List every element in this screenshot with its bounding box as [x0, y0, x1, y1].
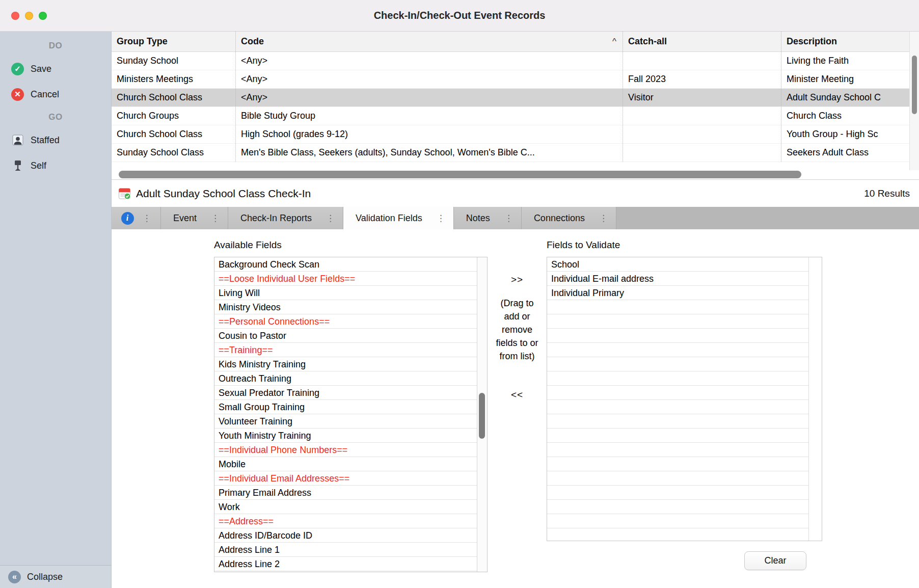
save-button[interactable]: ✓ Save — [0, 56, 111, 82]
available-field-item[interactable]: Address Line 1 — [214, 543, 477, 557]
cell-group-type: Church School Class — [112, 125, 236, 143]
table-row[interactable]: Ministers Meetings <Any> Fall 2023 Minis… — [112, 70, 909, 89]
cell-description: Seekers Adult Class — [781, 144, 909, 162]
clear-button[interactable]: Clear — [744, 551, 806, 570]
column-header-description[interactable]: Description — [781, 32, 909, 51]
table-row[interactable]: Church School Class <Any> Visitor Adult … — [112, 89, 909, 107]
tab-label: Notes — [466, 213, 490, 224]
tab[interactable]: Check-In Reports ⋮ — [228, 207, 343, 229]
collapse-chevrons-icon: « — [8, 571, 21, 583]
available-field-item[interactable]: Ministry Videos — [214, 300, 477, 314]
self-button[interactable]: Self — [0, 153, 111, 178]
tabs: Event ⋮ Check-In Reports ⋮ Validation Fi… — [161, 207, 616, 229]
available-field-item[interactable]: ==Loose Individual User Fields== — [214, 272, 477, 286]
fields-to-validate-label: Fields to Validate — [547, 239, 822, 252]
available-field-item[interactable]: Cousin to Pastor — [214, 329, 477, 343]
table-row[interactable]: Sunday School <Any> Living the Faith — [112, 52, 909, 70]
cell-code: Men's Bible Class, Seekers (adults), Sun… — [236, 144, 623, 162]
do-section-label: DO — [0, 36, 111, 56]
available-field-item[interactable]: Primary Email Address — [214, 486, 477, 500]
cell-description: Church Class — [781, 107, 909, 125]
available-field-item[interactable]: Address ID/Barcode ID — [214, 528, 477, 543]
remove-fields-button[interactable]: << — [488, 389, 547, 400]
scrollbar-thumb[interactable] — [119, 171, 801, 178]
available-field-item[interactable]: Volunteer Training — [214, 414, 477, 429]
table-row[interactable]: Church School Class High School (grades … — [112, 125, 909, 144]
cell-group-type: Sunday School Class — [112, 144, 236, 162]
column-header-code[interactable]: Code ^ — [236, 32, 623, 51]
table-vertical-scrollbar[interactable] — [909, 32, 919, 170]
available-field-item[interactable]: ==Personal Connections== — [214, 314, 477, 329]
cell-catch-all: Fall 2023 — [623, 70, 781, 88]
available-field-item[interactable]: Outreach Training — [214, 371, 477, 386]
titlebar: Check-In/Check-Out Event Records — [0, 0, 919, 32]
available-field-item[interactable]: Kids Ministry Training — [214, 357, 477, 371]
cell-code: <Any> — [236, 52, 623, 70]
column-header-catch-all[interactable]: Catch-all — [623, 32, 781, 51]
cell-description: Living the Faith — [781, 52, 909, 70]
available-field-item[interactable]: Small Group Training — [214, 400, 477, 414]
available-field-item[interactable]: Living Will — [214, 286, 477, 300]
available-field-item[interactable]: Background Check Scan — [214, 257, 477, 272]
tab[interactable]: Notes ⋮ — [454, 207, 522, 229]
zoom-window-button[interactable] — [39, 12, 47, 20]
available-field-item[interactable]: Sexual Predator Training — [214, 386, 477, 400]
available-field-item[interactable]: Mobile — [214, 457, 477, 471]
tab-label: Check-In Reports — [240, 213, 312, 224]
tab[interactable]: Connections ⋮ — [522, 207, 616, 229]
staffed-label: Staffed — [31, 135, 60, 146]
cell-catch-all — [623, 125, 781, 143]
tab-label: Validation Fields — [356, 213, 422, 224]
cell-description: Adult Sunday School C — [781, 89, 909, 106]
save-check-icon: ✓ — [11, 63, 24, 75]
add-fields-button[interactable]: >> — [488, 274, 547, 285]
validate-field-item[interactable]: School — [547, 257, 808, 272]
validate-field-item[interactable]: Individual E-mail address — [547, 272, 808, 286]
tab[interactable]: Validation Fields ⋮ — [343, 207, 454, 229]
available-fields-scrollbar[interactable] — [477, 257, 487, 572]
main-content: Group Type Code ^ Catch-all Description — [112, 32, 919, 588]
fields-to-validate-scrollbar[interactable] — [808, 257, 822, 541]
collapse-button[interactable]: « Collapse — [0, 565, 111, 588]
cell-description: Minister Meeting — [781, 70, 909, 88]
cell-code: High School (grades 9-12) — [236, 125, 623, 143]
available-field-item[interactable]: ==Individual Phone Numbers== — [214, 443, 477, 457]
available-field-item[interactable]: ==Address== — [214, 514, 477, 528]
cell-group-type: Church School Class — [112, 89, 236, 106]
available-field-item[interactable]: ==Training== — [214, 343, 477, 357]
column-header-group-type[interactable]: Group Type — [112, 32, 236, 51]
close-window-button[interactable] — [11, 12, 19, 20]
table-horizontal-scrollbar[interactable] — [112, 170, 909, 179]
scrollbar-thumb[interactable] — [912, 56, 917, 114]
table-row[interactable]: Church Groups Bible Study Group Church C… — [112, 107, 909, 125]
minimize-window-button[interactable] — [25, 12, 33, 20]
table-row[interactable]: Sunday School Class Men's Bible Class, S… — [112, 144, 909, 162]
table-header: Group Type Code ^ Catch-all Description — [112, 32, 909, 52]
validate-field-item[interactable]: Individual Primary — [547, 286, 808, 300]
cancel-button[interactable]: ✕ Cancel — [0, 82, 111, 107]
window-title: Check-In/Check-Out Event Records — [374, 10, 546, 21]
clear-button-row: Clear — [547, 551, 822, 570]
self-label: Self — [31, 161, 46, 171]
available-field-item[interactable]: Youth Ministry Training — [214, 429, 477, 443]
save-label: Save — [31, 64, 51, 74]
cell-group-type: Church Groups — [112, 107, 236, 125]
fields-to-validate-list[interactable]: School Individual E-mail address Individ… — [547, 257, 822, 541]
available-field-item[interactable]: Address Line 2 — [214, 557, 477, 571]
drag-dots-icon: ⋮ — [437, 214, 445, 223]
drag-dots-icon: ⋮ — [143, 214, 151, 223]
available-fields-label: Available Fields — [214, 239, 488, 252]
tab-bar: i ⋮ Event ⋮ Check-In Reports ⋮ — [112, 207, 919, 229]
info-tab[interactable]: i ⋮ — [112, 207, 161, 229]
records-table: Group Type Code ^ Catch-all Description — [112, 32, 919, 170]
tab[interactable]: Event ⋮ — [161, 207, 228, 229]
validation-fields-panel: Available Fields Background Check Scan =… — [112, 229, 919, 588]
available-field-item[interactable]: ==Individual Email Addresses== — [214, 471, 477, 486]
cell-code: <Any> — [236, 70, 623, 88]
staffed-button[interactable]: Staffed — [0, 127, 111, 153]
available-fields-list[interactable]: Background Check Scan ==Loose Individual… — [214, 257, 488, 572]
scrollbar-thumb[interactable] — [479, 393, 485, 439]
results-count: 10 Results — [864, 188, 910, 199]
available-field-item[interactable]: Work — [214, 500, 477, 514]
tabbar-filler — [616, 207, 919, 229]
